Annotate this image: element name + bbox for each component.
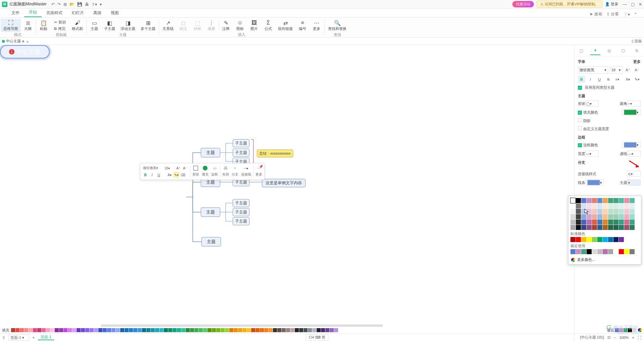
summary-button[interactable]: }概要 xyxy=(204,19,219,32)
color-swatch[interactable] xyxy=(608,209,613,214)
fill-color-select[interactable]: ▾ xyxy=(622,109,641,115)
color-swatch[interactable] xyxy=(576,220,581,225)
menu-view[interactable]: 视图 xyxy=(106,9,124,17)
palette-swatch[interactable] xyxy=(304,328,308,332)
color-swatch[interactable] xyxy=(597,203,602,208)
multi-topic-button[interactable]: ⊞多个主题 xyxy=(138,19,158,32)
palette-swatch[interactable] xyxy=(295,328,299,332)
fill-checkbox[interactable]: ✓ xyxy=(578,111,582,115)
callout-button[interactable]: ◻标注 xyxy=(176,19,190,32)
promo-badge[interactable]: 优惠活动 xyxy=(512,1,534,7)
color-swatch[interactable] xyxy=(603,220,608,225)
palette-swatch[interactable] xyxy=(190,328,194,332)
minimize-button[interactable]: — xyxy=(623,2,627,7)
palette-swatch[interactable] xyxy=(94,328,98,332)
topic-node[interactable]: 主题 xyxy=(201,148,220,157)
palette-swatch[interactable] xyxy=(63,328,67,332)
save-button[interactable]: 💾 xyxy=(77,2,82,7)
color-swatch[interactable] xyxy=(576,203,581,208)
icon-library-button[interactable]: ☺图标 xyxy=(233,19,247,32)
color-swatch[interactable] xyxy=(608,214,613,219)
palette-swatch[interactable] xyxy=(308,328,312,332)
palette-swatch[interactable] xyxy=(50,328,54,332)
color-swatch[interactable] xyxy=(581,203,586,208)
subtopic-node[interactable]: 子主题 xyxy=(233,208,249,216)
branch-icon[interactable]: ⑂ xyxy=(232,165,238,171)
color-swatch[interactable] xyxy=(630,220,635,225)
color-swatch[interactable] xyxy=(608,225,613,230)
zoom-in-button[interactable]: + xyxy=(632,336,634,340)
floatbar-italic[interactable]: I xyxy=(149,172,155,178)
floatbar-font-color[interactable]: A▾ xyxy=(167,172,173,178)
subtopic-node[interactable]: 子主题 xyxy=(233,217,249,225)
color-swatch[interactable] xyxy=(597,209,602,214)
floatbar-highlight[interactable]: ✎▾ xyxy=(173,172,179,178)
palette-swatch[interactable] xyxy=(221,328,225,332)
color-swatch[interactable] xyxy=(613,249,618,254)
connector-style-select[interactable]: ⊏▾ xyxy=(627,171,641,177)
panel-tab-theme[interactable]: ⬡ xyxy=(618,46,628,55)
shape-select[interactable]: ◯▾ xyxy=(585,101,599,107)
color-swatch[interactable] xyxy=(630,225,635,230)
underline-button[interactable]: U xyxy=(596,76,603,83)
palette-swatch[interactable] xyxy=(125,328,129,332)
note-button[interactable]: ✎注释 xyxy=(219,19,233,32)
color-swatch[interactable] xyxy=(624,220,629,225)
color-swatch[interactable] xyxy=(613,225,618,230)
help-button[interactable]: ❔▾ xyxy=(623,12,630,17)
floatbar-font-select[interactable]: 微软雅黑 xyxy=(143,166,156,170)
color-swatch[interactable] xyxy=(597,237,602,242)
color-swatch[interactable] xyxy=(603,225,608,230)
color-swatch[interactable] xyxy=(597,214,602,219)
highlight-button[interactable]: ✎▾ xyxy=(633,76,641,83)
copy-button[interactable]: ⧉ 拷贝 xyxy=(52,26,68,32)
palette-swatch[interactable] xyxy=(98,328,102,332)
palette-swatch[interactable] xyxy=(247,328,251,332)
cut-button[interactable]: ✂ 剪切 xyxy=(52,19,68,26)
subtopic-node[interactable]: 子主题 xyxy=(233,139,249,147)
palette-swatch[interactable] xyxy=(20,328,24,332)
font-more-link[interactable]: 更多 xyxy=(633,59,641,64)
bold-button[interactable]: B xyxy=(578,76,585,83)
palette-swatch[interactable] xyxy=(173,328,177,332)
palette-swatch[interactable] xyxy=(317,328,321,332)
hyperlink-button[interactable]: ⇄双向链接 xyxy=(275,19,295,32)
color-swatch[interactable] xyxy=(603,214,608,219)
canvas-horizontal-scrollbar[interactable] xyxy=(101,324,383,327)
palette-swatch[interactable] xyxy=(68,328,72,332)
color-swatch[interactable] xyxy=(619,237,624,242)
color-swatch[interactable] xyxy=(576,209,581,214)
palette-swatch[interactable] xyxy=(216,328,220,332)
palette-swatch[interactable] xyxy=(325,328,329,332)
share-button[interactable]: ⇪ 分享 xyxy=(606,11,619,17)
font-size-select[interactable]: 18▾ xyxy=(610,66,623,74)
layout-icon[interactable]: 品 xyxy=(223,165,229,171)
color-swatch[interactable] xyxy=(592,249,597,254)
color-swatch[interactable] xyxy=(603,198,608,203)
palette-swatch[interactable] xyxy=(59,328,63,332)
palette-swatch[interactable] xyxy=(146,328,150,332)
palette-swatch[interactable] xyxy=(256,328,260,332)
color-swatch[interactable] xyxy=(587,198,592,203)
border-icon[interactable]: ▭ xyxy=(212,165,218,171)
topic-node[interactable]: 主题 xyxy=(201,237,221,246)
palette-swatch[interactable] xyxy=(299,328,303,332)
mindmap-mode-button[interactable]: ⛶思维导图 xyxy=(1,19,21,32)
palette-swatch[interactable] xyxy=(15,328,19,332)
palette-swatch[interactable] xyxy=(46,328,50,332)
color-swatch[interactable] xyxy=(576,237,581,242)
palette-swatch[interactable] xyxy=(229,328,233,332)
outline-mode-button[interactable]: ≣大纲 xyxy=(21,19,35,32)
palette-swatch[interactable] xyxy=(159,328,164,332)
panel-toggle-button[interactable]: ▯ 面板 xyxy=(632,39,642,44)
color-swatch[interactable] xyxy=(613,198,618,203)
palette-swatch[interactable] xyxy=(142,328,146,332)
color-swatch[interactable] xyxy=(608,198,613,203)
paste-button[interactable]: 📋粘贴 xyxy=(37,19,51,32)
palette-swatch[interactable] xyxy=(208,328,212,332)
palette-swatch[interactable] xyxy=(194,328,198,332)
floatbar-bold[interactable]: B xyxy=(142,172,148,178)
fill-icon[interactable] xyxy=(203,166,208,170)
color-swatch[interactable] xyxy=(570,203,576,208)
color-swatch[interactable] xyxy=(592,209,597,214)
